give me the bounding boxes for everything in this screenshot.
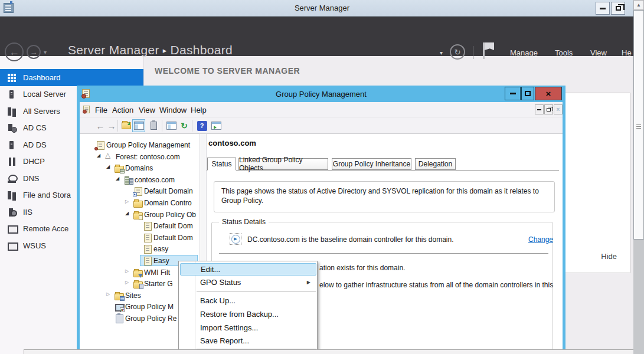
gpm-toolbar: ← → ↻ ? xyxy=(80,118,563,134)
notifications-flag-icon[interactable] xyxy=(483,42,485,59)
ad-ds-icon xyxy=(7,140,17,150)
gpo-link-icon xyxy=(133,186,143,196)
restore-button[interactable] xyxy=(611,2,625,15)
menu-item-back-up[interactable]: Back Up... xyxy=(180,294,316,307)
gpm-maximize-button[interactable] xyxy=(521,87,534,100)
chevron-collapsed-icon[interactable]: ▷ xyxy=(106,291,110,297)
menu-file[interactable]: File xyxy=(95,106,107,114)
menu-help[interactable]: He xyxy=(622,48,632,57)
gpm-console-icon xyxy=(96,140,105,150)
gpo-icon xyxy=(143,233,152,242)
notifications-caret-icon[interactable]: ▾ xyxy=(440,50,443,56)
hide-button[interactable]: Hide xyxy=(601,252,617,261)
minimize-button[interactable] xyxy=(596,2,610,15)
dns-icon xyxy=(7,174,17,183)
gpm-close-button[interactable]: × xyxy=(535,87,562,100)
gpm-titlebar[interactable]: Group Policy Management × xyxy=(77,86,565,102)
status-description-text: This page shows the status of Active Dir… xyxy=(221,186,548,205)
menu-manage[interactable]: Manage xyxy=(510,48,538,57)
chevron-expanded-icon[interactable]: ◢ xyxy=(125,211,129,216)
chevron-expanded-icon[interactable]: ◢ xyxy=(116,176,119,181)
menu-tools[interactable]: Tools xyxy=(555,48,573,57)
refresh-icon: ↻ xyxy=(455,48,461,57)
tab-status[interactable]: Status xyxy=(207,158,236,171)
baseline-dc-text: DC.contoso.com is the baseline domain co… xyxy=(247,235,454,244)
toolbar-separator xyxy=(192,120,192,132)
toolbar-separator xyxy=(117,120,118,132)
restore-icon xyxy=(547,108,551,112)
sidebar-item-dashboard[interactable]: Dashboard xyxy=(0,69,143,86)
back-button[interactable]: ← xyxy=(5,42,24,61)
tab-strip-line xyxy=(207,170,559,171)
close-icon: × xyxy=(546,88,551,99)
tree-item-contoso-domain[interactable]: ◢ contoso.com xyxy=(80,174,200,185)
menu-item-edit[interactable]: Edit... xyxy=(180,263,316,276)
breadcrumb-current[interactable]: Dashboard xyxy=(171,43,233,57)
toolbar-separator xyxy=(162,120,162,132)
filter-overlay-icon xyxy=(138,274,143,278)
forest-icon: △ xyxy=(105,151,115,160)
tree-item-default-domain-gpo-1[interactable]: Default Dom xyxy=(80,220,200,231)
gpm-minimize-button[interactable] xyxy=(505,87,521,100)
tree-item-domains[interactable]: ◢ Domains xyxy=(80,162,200,173)
toolbar-up-one-level-button[interactable] xyxy=(120,119,133,132)
tree-item-default-domain-gpo-2[interactable]: Default Dom xyxy=(80,232,200,243)
toolbar-refresh-button[interactable]: ↻ xyxy=(178,119,191,132)
forward-button[interactable]: → xyxy=(27,45,41,59)
gpm-menubar: File Action View Window Help × xyxy=(80,102,563,117)
menu-help[interactable]: Help xyxy=(191,106,207,114)
mdi-minimize-button[interactable] xyxy=(535,104,544,114)
chevron-expanded-icon[interactable]: ◢ xyxy=(97,153,100,158)
tree-item-forest-contoso[interactable]: ◢ △ Forest: contoso.com xyxy=(80,151,200,162)
gpm-window-body: File Action View Window Help × ← → ↻ ? xyxy=(80,102,563,354)
toolbar-new-window-button[interactable] xyxy=(210,119,223,132)
menu-item-save-report[interactable]: Save Report... xyxy=(180,335,316,347)
server-manager-titlebar[interactable]: Server Manager xyxy=(0,0,644,17)
breadcrumb-root[interactable]: Server Manager xyxy=(68,43,159,57)
menu-window[interactable]: Window xyxy=(159,106,187,114)
menu-view[interactable]: View xyxy=(590,48,607,57)
local-server-icon xyxy=(7,90,17,99)
menu-view[interactable]: View xyxy=(139,106,155,114)
toolbar-properties-button[interactable] xyxy=(165,119,178,132)
tree-item-easy-gpo[interactable]: easy xyxy=(80,243,200,254)
scroll-up-button[interactable]: ▲ xyxy=(633,0,644,10)
menu-item-restore-from-backup[interactable]: Restore from Backup... xyxy=(180,308,316,320)
tab-linked-gpos[interactable]: Linked Group Policy Objects xyxy=(238,158,328,170)
toolbar-forward-button[interactable]: → xyxy=(105,119,118,132)
clipboard-overlay-icon xyxy=(139,284,143,289)
clipboard-icon xyxy=(151,122,157,130)
chevron-expanded-icon[interactable]: ◢ xyxy=(106,164,110,169)
tree-item-domain-controllers[interactable]: ▷ Domain Contro xyxy=(80,197,200,208)
welcome-heading: WELCOME TO SERVER MANAGER xyxy=(155,66,300,76)
tree-item-default-domain-policy[interactable]: Default Domain xyxy=(80,185,200,196)
toolbar-clipboard-button[interactable] xyxy=(147,119,160,132)
tree-item-group-policy-management[interactable]: Group Policy Management xyxy=(80,139,200,150)
chevron-collapsed-icon[interactable]: ▷ xyxy=(125,280,129,285)
nav-dropdown-caret-icon[interactable]: ▾ xyxy=(44,49,47,55)
menu-item-import-settings[interactable]: Import Settings... xyxy=(180,322,316,334)
gpo-icon xyxy=(143,244,152,254)
sites-folder-icon xyxy=(115,291,124,300)
chevron-collapsed-icon[interactable]: ▷ xyxy=(125,268,129,274)
tab-delegation[interactable]: Delegation xyxy=(415,158,456,170)
change-link[interactable]: Change xyxy=(528,235,553,244)
toolbar-help-button[interactable]: ? xyxy=(195,119,208,132)
menu-action[interactable]: Action xyxy=(112,106,133,114)
refresh-button[interactable]: ↻ xyxy=(450,44,465,60)
chevron-collapsed-icon[interactable]: ▷ xyxy=(125,199,129,204)
tree-item-group-policy-objects[interactable]: ◢ Group Policy Ob xyxy=(80,209,200,220)
chart-overlay-icon xyxy=(120,307,125,312)
toolbar-show-console-tree-button[interactable] xyxy=(132,119,145,132)
domain-heading: contoso.com xyxy=(208,139,256,148)
baseline-dc-button[interactable]: ▶ xyxy=(230,233,241,245)
page-scrollbar[interactable]: ▲ xyxy=(633,0,644,354)
tab-gp-inheritance[interactable]: Group Policy Inheritance xyxy=(332,158,411,170)
menu-item-gpo-status[interactable]: GPO Status ▶ xyxy=(180,276,316,289)
status-description-box: This page shows the status of Active Dir… xyxy=(214,181,555,212)
mdi-restore-button[interactable] xyxy=(544,104,553,114)
minimize-icon xyxy=(537,109,541,110)
scrollbar-thumb[interactable] xyxy=(633,10,644,240)
mdi-close-button[interactable]: × xyxy=(554,104,563,114)
menu-separator xyxy=(197,291,316,292)
